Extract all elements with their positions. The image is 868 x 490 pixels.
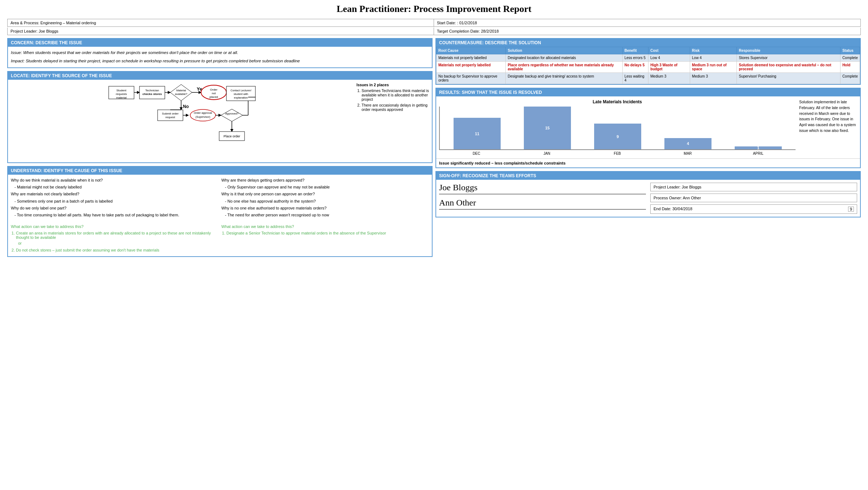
bar-element: 9: [594, 124, 641, 149]
concern-text2: Impact: Students delayed in starting the…: [11, 58, 429, 64]
understand-col2: Why are there delays getting orders appr…: [221, 178, 429, 253]
cm-cell-2-5: Supervisor/ Purchasing: [737, 73, 840, 84]
flowchart-container: Student requests material Technician che…: [11, 83, 429, 159]
signoff-fields: Project Leader: Joe Bloggs Process Owner…: [650, 183, 857, 214]
understand-a2-1: - Only Supervisor can approve and he may…: [225, 184, 429, 190]
understand-action-or: or: [18, 241, 218, 246]
sig2-line: Ann Other: [439, 198, 646, 209]
results-text: Solution implemented in late February. A…: [799, 99, 857, 155]
svg-text:(Supervisor): (Supervisor): [196, 115, 210, 119]
bar-group: 11: [443, 107, 511, 149]
bar-group: 4: [654, 107, 722, 149]
field-end-date-label: End Date: 30/04/2018: [654, 207, 692, 211]
svg-text:Order approval: Order approval: [194, 111, 212, 115]
understand-col1: Why do we think material is available wh…: [11, 178, 218, 253]
results-conclusion: Issue significantly reduced – less compl…: [436, 158, 860, 167]
bar-label: MAR: [654, 151, 721, 155]
issues-header: Issues in 2 places: [356, 83, 429, 87]
bar-label: JAN: [513, 151, 580, 155]
svg-text:Approved?: Approved?: [225, 112, 238, 115]
understand-body: Why do we think material is available wh…: [8, 175, 432, 256]
cm-table-head: Root Cause Solution Benefit Cost Risk Re…: [437, 47, 860, 54]
field-end-date-num: 9: [848, 207, 854, 212]
cm-cell-2-4: Medium 3: [690, 73, 737, 84]
understand-action-col1: What action can we take to address this?…: [11, 224, 218, 252]
cm-cell-1-2: No delays 5: [622, 62, 648, 73]
svg-text:request: request: [166, 116, 175, 119]
svg-marker-28: [221, 109, 243, 121]
area-process: Area & Process: Engineering – Material o…: [8, 19, 434, 26]
svg-text:Order: Order: [210, 88, 218, 91]
cm-cell-1-3: High 3 Waste of budget: [648, 62, 690, 73]
understand-action-header1: What action can we take to address this?: [11, 224, 218, 229]
cm-cell-0-2: Less errors 5: [622, 54, 648, 62]
svg-text:Contact Lecturer/: Contact Lecturer/: [230, 89, 251, 92]
understand-action-col2: What action can we take to address this?…: [221, 224, 429, 235]
svg-text:not: not: [212, 92, 216, 95]
left-column: CONCERN: DESCRIBE THE ISSUE Issue: When …: [7, 38, 433, 260]
cm-cell-2-2: Less waiting 4: [622, 73, 648, 84]
understand-actions-list2: Designate a Senior Technician to approve…: [226, 231, 429, 235]
understand-a2: - Sometimes only one part in a batch of …: [14, 199, 218, 204]
bar-group: 9: [584, 107, 651, 149]
svg-text:requests: requests: [116, 92, 127, 96]
svg-text:No: No: [183, 104, 189, 109]
concern-text1: Issue: When students request that we ord…: [11, 50, 429, 56]
cm-cell-1-4: Medium 3 run out of space: [690, 62, 737, 73]
svg-rect-20: [158, 110, 183, 121]
results-body: Late Materials Incidents 1115941 DECJANF…: [436, 96, 860, 158]
understand-q2-2: Why is it that only one person can appro…: [221, 191, 429, 197]
cm-cell-1-6: Hold: [840, 62, 860, 73]
countermeasure-table: Root Cause Solution Benefit Cost Risk Re…: [436, 47, 860, 84]
sig2-name: Ann Other: [439, 198, 646, 209]
bar-element: 4: [664, 138, 711, 149]
countermeasure-section: COUNTERMEASURE: DESCRIBE THE SOLUTION Ro…: [435, 38, 861, 85]
cm-header-row: Root Cause Solution Benefit Cost Risk Re…: [437, 47, 860, 54]
understand-actions-list1b: Do not check stores – just submit the or…: [16, 248, 218, 252]
understand-action1-2: Do not check stores – just submit the or…: [16, 248, 218, 252]
flowchart-issues: Issues in 2 places Sometimes Technicians…: [356, 83, 429, 113]
cm-col-status: Status: [840, 47, 860, 54]
understand-q2-1: Why are there delays getting orders appr…: [221, 178, 429, 183]
countermeasure-header: COUNTERMEASURE: DESCRIBE THE SOLUTION: [436, 39, 860, 47]
page-title: Lean Practitioner: Process Improvement R…: [7, 4, 861, 14]
results-header: RESULTS: SHOW THAT THE ISSUE IS RESOLVED: [436, 88, 860, 96]
signoff-header: SIGN-OFF: RECOGNIZE THE TEAMS EFFORTS: [436, 172, 860, 180]
cm-cell-2-3: Medium 3: [648, 73, 690, 84]
cm-cell-0-4: Low 4: [690, 54, 737, 62]
main-layout: CONCERN: DESCRIBE THE ISSUE Issue: When …: [7, 38, 861, 260]
svg-text:Submit order: Submit order: [162, 112, 179, 115]
field-process-owner: Process Owner: Ann Other: [650, 194, 857, 202]
signoff-sigs: Joe Bloggs Ann Other: [439, 183, 646, 214]
bar-element: 11: [454, 118, 501, 149]
sig1-name: Joe Bloggs: [439, 183, 646, 194]
cm-col-root-cause: Root Cause: [437, 47, 506, 54]
cm-table-row: No backup for Supervisor to approve orde…: [437, 73, 860, 84]
issues-list: Sometimes Technicians think material is …: [362, 88, 429, 112]
locate-body: Student requests material Technician che…: [8, 80, 432, 162]
understand-q3: Why do we only label one part?: [11, 205, 218, 211]
field-end-date: End Date: 30/04/2018 9: [650, 204, 857, 214]
cm-col-cost: Cost: [648, 47, 690, 54]
meta-row-1: Area & Process: Engineering – Material o…: [7, 19, 861, 27]
cm-col-solution: Solution: [506, 47, 622, 54]
understand-action2-1: Designate a Senior Technician to approve…: [226, 231, 429, 235]
cm-col-responsible: Responsible: [737, 47, 840, 54]
bar-group: 1: [725, 107, 792, 149]
flowchart-svg: Student requests material Technician che…: [11, 83, 355, 159]
understand-action-header2: What action can we take to address this?: [221, 224, 429, 229]
meta-row-2: Project Leader: Joe Bloggs Target Comple…: [7, 28, 861, 35]
understand-q2-3: Why is no one else authorised to approve…: [221, 205, 429, 211]
start-date: Start Date: : 01/2/2018: [434, 19, 860, 26]
svg-text:Material: Material: [176, 89, 186, 92]
project-leader: Project Leader: Joe Bloggs: [8, 28, 434, 35]
understand-a3: - Too time consuming to label all parts.…: [14, 212, 218, 218]
chart-title: Late Materials Incidents: [439, 99, 796, 104]
understand-actions-list1: Create an area in materials stores for o…: [16, 231, 218, 240]
cm-col-benefit: Benefit: [622, 47, 648, 54]
cm-col-risk: Risk: [690, 47, 737, 54]
chart-area: Late Materials Incidents 1115941 DECJANF…: [439, 99, 796, 155]
locate-section: LOCATE: IDENTIFY THE SOURCE OF THE ISSUE…: [7, 71, 433, 163]
cm-table-row: Materials not properly labelledDesignate…: [437, 54, 860, 62]
cm-table-body: Materials not properly labelledDesignate…: [437, 54, 860, 84]
